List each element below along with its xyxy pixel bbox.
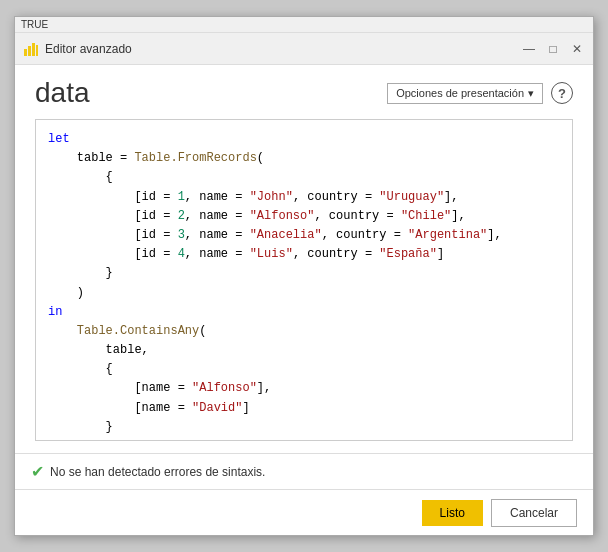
code-line: } (48, 418, 560, 437)
editor-window: TRUE Editor avanzado — □ ✕ data Opciones… (14, 16, 594, 536)
options-dropdown-icon: ▾ (528, 87, 534, 100)
code-line: [id = 1, name = "John", country = "Urugu… (48, 188, 560, 207)
code-line: [id = 4, name = "Luis", country = "Españ… (48, 245, 560, 264)
options-button-label: Opciones de presentación (396, 87, 524, 99)
titlebar-controls: — □ ✕ (521, 41, 585, 57)
titlebar: Editor avanzado — □ ✕ (15, 33, 593, 65)
maximize-button[interactable]: □ (545, 41, 561, 57)
code-line: { (48, 360, 560, 379)
status-check-icon: ✔ (31, 462, 44, 481)
svg-rect-3 (36, 45, 38, 56)
page-title: data (35, 77, 90, 109)
code-line: table, (48, 341, 560, 360)
code-line: ) (48, 284, 560, 303)
main-content: data Opciones de presentación ▾ ? let ta… (15, 65, 593, 453)
code-line: [id = 3, name = "Anacelia", country = "A… (48, 226, 560, 245)
done-button[interactable]: Listo (422, 500, 483, 526)
header-row: data Opciones de presentación ▾ ? (35, 77, 573, 109)
status-bar: ✔ No se han detectado errores de sintaxi… (15, 453, 593, 489)
cancel-button[interactable]: Cancelar (491, 499, 577, 527)
true-label: TRUE (15, 17, 593, 33)
code-line: in (48, 303, 560, 322)
code-line: } (48, 264, 560, 283)
code-line: let (48, 130, 560, 149)
code-editor[interactable]: let table = Table.FromRecords( { [id = 1… (35, 119, 573, 441)
status-text: No se han detectado errores de sintaxis. (50, 465, 265, 479)
code-line: [name = "Alfonso"], (48, 379, 560, 398)
header-right: Opciones de presentación ▾ ? (387, 82, 573, 104)
code-line: [id = 2, name = "Alfonso", country = "Ch… (48, 207, 560, 226)
titlebar-title: Editor avanzado (45, 42, 521, 56)
close-button[interactable]: ✕ (569, 41, 585, 57)
options-button[interactable]: Opciones de presentación ▾ (387, 83, 543, 104)
code-line: Table.ContainsAny( (48, 322, 560, 341)
minimize-button[interactable]: — (521, 41, 537, 57)
svg-rect-1 (28, 46, 31, 56)
svg-rect-0 (24, 49, 27, 56)
code-line: [name = "David"] (48, 399, 560, 418)
powerbi-icon (23, 41, 39, 57)
code-line: ) (48, 437, 560, 441)
help-icon: ? (558, 86, 566, 101)
help-button[interactable]: ? (551, 82, 573, 104)
svg-rect-2 (32, 43, 35, 56)
footer: Listo Cancelar (15, 489, 593, 535)
code-line: { (48, 168, 560, 187)
code-line: table = Table.FromRecords( (48, 149, 560, 168)
